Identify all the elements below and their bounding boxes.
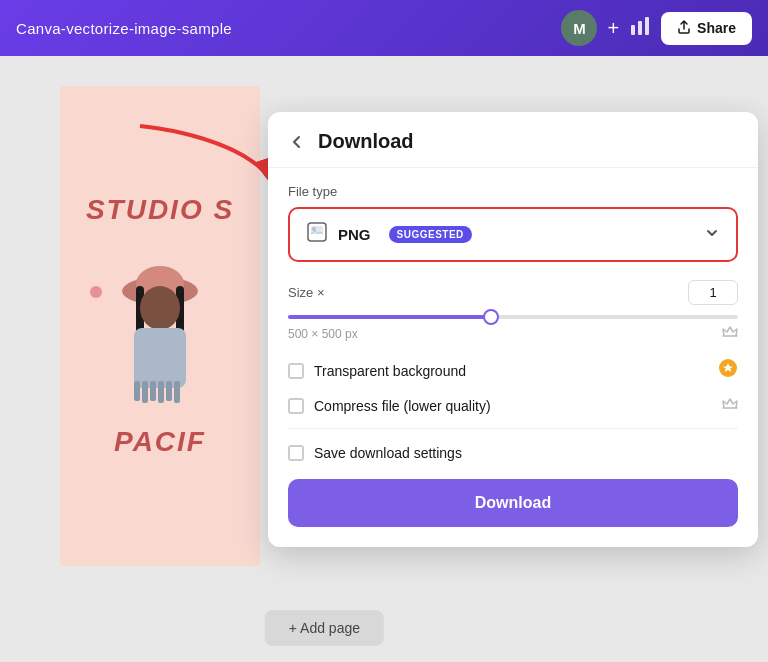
navbar: Canva-vectorize-image-sample M + Share: [0, 0, 768, 56]
size-dimensions: 500 × 500 px: [288, 325, 738, 342]
compress-file-checkbox[interactable]: [288, 398, 304, 414]
svg-rect-13: [166, 381, 172, 401]
person-illustration: [90, 236, 230, 416]
canvas-preview: STUDIO S PACIF: [60, 86, 260, 566]
compress-file-label: Compress file (lower quality): [314, 398, 491, 414]
svg-rect-10: [142, 381, 148, 403]
file-type-selector[interactable]: PNG SUGGESTED: [288, 207, 738, 262]
transparent-bg-left: Transparent background: [288, 363, 466, 379]
file-type-label: File type: [288, 184, 738, 199]
crown-icon: [722, 325, 738, 342]
transparent-bg-label: Transparent background: [314, 363, 466, 379]
file-type-icon: [306, 221, 328, 248]
main-area: STUDIO S PACIF: [0, 56, 768, 662]
compress-file-row: Compress file (lower quality): [288, 397, 738, 414]
save-settings-row: Save download settings: [288, 445, 738, 461]
back-button[interactable]: [288, 133, 306, 151]
panel-title: Download: [318, 130, 414, 153]
svg-rect-2: [645, 17, 649, 35]
panel-body: File type PNG SUGGESTED: [268, 168, 758, 547]
download-button[interactable]: Download: [288, 479, 738, 527]
file-type-name: PNG: [338, 226, 371, 243]
navbar-title: Canva-vectorize-image-sample: [16, 20, 232, 37]
avatar[interactable]: M: [561, 10, 597, 46]
slider-fill: [288, 315, 491, 319]
compress-crown-icon: [722, 397, 738, 414]
download-panel: Download File type PNG SUGGESTED: [268, 112, 758, 547]
svg-rect-12: [158, 381, 164, 403]
svg-point-18: [312, 227, 316, 231]
panel-header: Download: [268, 112, 758, 168]
svg-rect-11: [150, 381, 156, 401]
save-settings-label: Save download settings: [314, 445, 462, 461]
share-button[interactable]: Share: [661, 12, 752, 45]
add-button[interactable]: +: [607, 18, 619, 38]
save-settings-checkbox[interactable]: [288, 445, 304, 461]
canvas-text-top: STUDIO S: [76, 184, 244, 236]
slider-track: [288, 315, 738, 319]
compress-file-left: Compress file (lower quality): [288, 398, 491, 414]
size-input[interactable]: [688, 280, 738, 305]
dimensions-text: 500 × 500 px: [288, 327, 358, 341]
navbar-right: M + Share: [561, 10, 752, 46]
divider: [288, 428, 738, 429]
chevron-down-icon: [704, 225, 720, 245]
analytics-icon[interactable]: [629, 15, 651, 42]
save-settings-left: Save download settings: [288, 445, 462, 461]
size-row: Size ×: [288, 280, 738, 305]
transparent-bg-checkbox[interactable]: [288, 363, 304, 379]
slider-container[interactable]: [288, 315, 738, 319]
star-icon: [718, 358, 738, 383]
size-label: Size ×: [288, 285, 325, 300]
add-page-bar[interactable]: + Add page: [265, 610, 384, 646]
svg-rect-9: [134, 381, 140, 401]
share-label: Share: [697, 20, 736, 36]
suggested-badge: SUGGESTED: [389, 226, 472, 243]
svg-rect-14: [174, 381, 180, 403]
share-icon: [677, 20, 691, 37]
svg-rect-0: [631, 25, 635, 35]
svg-rect-8: [134, 328, 186, 388]
svg-rect-1: [638, 21, 642, 35]
svg-point-7: [140, 286, 180, 330]
file-type-left: PNG SUGGESTED: [306, 221, 472, 248]
slider-thumb[interactable]: [483, 309, 499, 325]
transparent-bg-row: Transparent background: [288, 358, 738, 383]
canvas-text-bottom: PACIF: [104, 416, 216, 468]
